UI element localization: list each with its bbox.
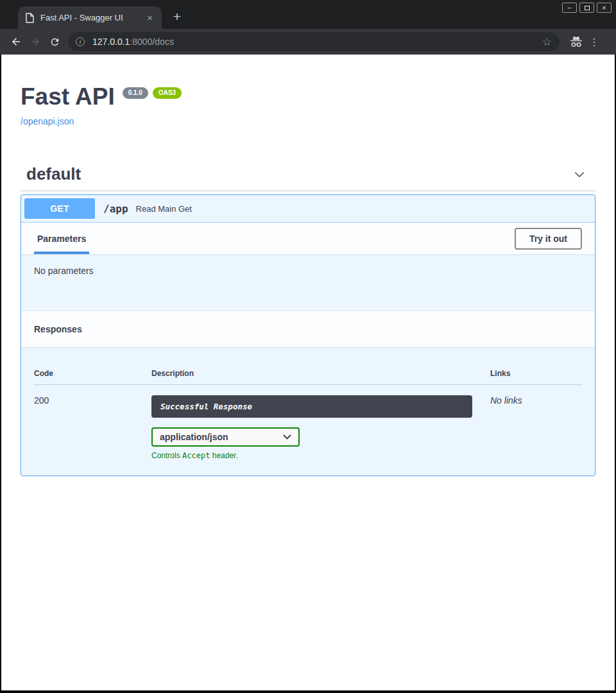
version-badge: 0.1.0 — [123, 87, 148, 99]
swagger-page: Fast API 0.1.0 OAS3 /openapi.json defaul… — [1, 55, 615, 690]
back-button[interactable] — [6, 32, 26, 51]
window-controls: − × — [562, 3, 612, 13]
tab-close-icon[interactable]: × — [144, 12, 155, 23]
no-links-text: No links — [490, 395, 522, 406]
column-description: Description — [151, 369, 490, 378]
responses-heading: Responses — [34, 324, 82, 334]
response-code: 200 — [34, 395, 151, 460]
reload-icon — [49, 37, 60, 47]
kebab-menu-icon: ⋮ — [589, 37, 599, 47]
browser-menu-button[interactable]: ⋮ — [589, 36, 599, 48]
maximize-icon — [585, 6, 590, 10]
page-favicon-icon — [26, 13, 34, 23]
incognito-icon — [569, 35, 583, 48]
api-title-row: Fast API 0.1.0 OAS3 — [21, 85, 595, 108]
forward-button[interactable] — [26, 32, 45, 51]
maximize-button[interactable] — [579, 3, 594, 13]
chevron-down-icon[interactable] — [572, 167, 586, 182]
responses-table-header: Code Description Links — [34, 359, 582, 385]
url-host: 127.0.0.1 — [92, 37, 130, 47]
new-tab-button[interactable]: + — [168, 8, 186, 26]
minimize-button[interactable]: − — [562, 3, 577, 13]
parameters-body: No parameters — [21, 254, 595, 311]
operation-summary[interactable]: GET /app Read Main Get — [21, 195, 595, 223]
page-title: Fast API — [21, 85, 115, 108]
parameters-label: Parameters — [37, 234, 86, 244]
tab-parameters[interactable]: Parameters — [34, 223, 89, 254]
response-links-cell: No links — [490, 395, 582, 460]
tag-header[interactable]: default — [21, 160, 595, 188]
close-icon: × — [602, 4, 606, 12]
accept-header-note: Controls Accept header. — [151, 451, 472, 460]
media-type-select[interactable]: application/json — [151, 427, 300, 447]
browser-titlebar: Fast API - Swagger UI × + − × — [0, 0, 616, 29]
openapi-spec-link[interactable]: /openapi.json — [21, 116, 74, 126]
site-info-icon[interactable]: i — [76, 37, 85, 46]
response-description-text: Successful Response — [160, 402, 252, 411]
address-bar[interactable]: i 127.0.0.1:8000/docs ☆ — [68, 32, 560, 51]
url-path: :8000/docs — [130, 37, 174, 47]
tag-section-default: default GET /app Read Main Get Parameter… — [21, 160, 595, 476]
operation-path: /app — [103, 203, 128, 215]
minimize-icon: − — [567, 4, 571, 12]
bookmark-star-icon[interactable]: ☆ — [542, 37, 552, 47]
response-description-box: Successful Response — [151, 395, 472, 418]
opblock-get-app: GET /app Read Main Get Parameters Try it… — [21, 194, 595, 476]
oas3-badge: OAS3 — [153, 87, 182, 99]
select-chevron-down-icon — [283, 434, 291, 440]
no-parameters-text: No parameters — [34, 266, 94, 276]
browser-tab[interactable]: Fast API - Swagger UI × — [18, 6, 162, 29]
back-icon — [10, 36, 22, 47]
column-code: Code — [34, 369, 151, 378]
url-text[interactable]: 127.0.0.1:8000/docs — [92, 37, 174, 47]
column-links: Links — [490, 369, 582, 378]
tag-name: default — [26, 164, 81, 184]
media-type-value: application/json — [160, 432, 228, 442]
responses-header: Responses — [21, 311, 595, 347]
forward-icon — [30, 36, 41, 47]
incognito-indicator — [569, 35, 584, 48]
http-method-badge: GET — [24, 198, 95, 219]
close-button[interactable]: × — [597, 3, 612, 13]
browser-toolbar: i 127.0.0.1:8000/docs ☆ ⋮ — [0, 29, 616, 55]
responses-body: Code Description Links 200 Successful Re… — [21, 347, 595, 475]
reload-button[interactable] — [45, 32, 64, 51]
response-row-200: 200 Successful Response application/json… — [34, 385, 582, 460]
try-it-out-button[interactable]: Try it out — [515, 228, 582, 250]
accept-code: Accept — [182, 451, 210, 460]
operation-summary-text: Read Main Get — [136, 204, 192, 214]
api-info: Fast API 0.1.0 OAS3 /openapi.json — [1, 55, 615, 127]
parameters-header: Parameters Try it out — [21, 223, 595, 254]
response-description-cell: Successful Response application/json Con… — [151, 395, 490, 460]
tag-divider — [21, 191, 595, 191]
plus-icon: + — [173, 9, 181, 24]
tab-title: Fast API - Swagger UI — [40, 13, 144, 22]
